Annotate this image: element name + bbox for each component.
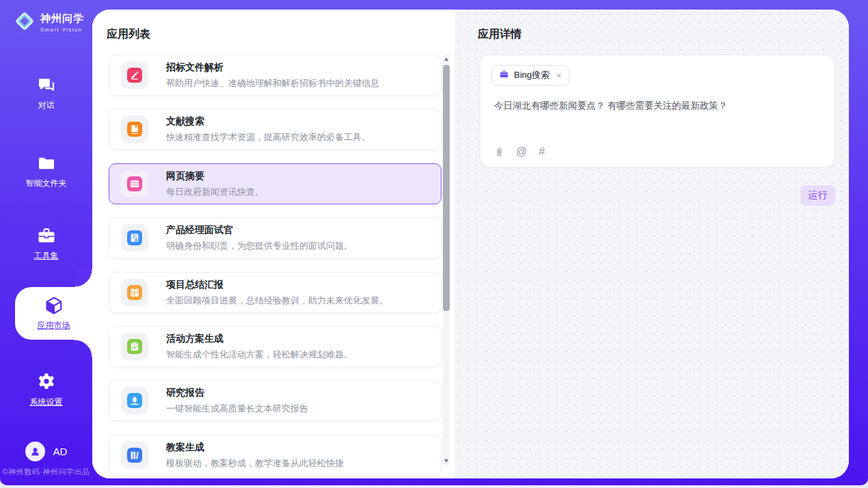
sidebar-item-label: 智能文件夹	[26, 178, 67, 189]
book-icon	[127, 122, 142, 137]
sidebar-item-2[interactable]: 智能文件夹	[0, 146, 92, 195]
brand-logo: 神州问学 Smart Vision	[14, 10, 84, 35]
app-name: 产品经理面试官	[166, 224, 353, 236]
copyright-footer: ©神州数码·神州问学出品	[0, 467, 92, 477]
briefcase-icon	[499, 69, 509, 81]
chat-icon	[36, 75, 57, 96]
app-card-6[interactable]: 活动方案生成智能生成个性化活动方案，轻松解决规划难题。	[109, 326, 442, 367]
sidebar-item-label: 工具集	[34, 250, 59, 262]
svg-text:</>: </>	[133, 183, 137, 187]
app-icon-tile	[121, 387, 148, 414]
triangle-up-icon	[444, 57, 448, 61]
diamond-logo-icon	[14, 10, 36, 35]
prompt-text[interactable]: 今日湖北有哪些新闻要点？ 有哪些需要关注的最新政策？	[494, 99, 821, 113]
at-icon[interactable]: @	[516, 146, 527, 157]
user-label: AD	[53, 446, 68, 457]
input-toolbar: @ #	[494, 146, 545, 158]
sidebar-item-4[interactable]: 应用市场	[15, 287, 92, 340]
scrollbar-down-button[interactable]	[443, 457, 450, 465]
app-name: 研究报告	[166, 387, 308, 399]
triangle-down-icon	[444, 459, 448, 463]
app-name: 招标文件解析	[166, 62, 379, 74]
app-card-2[interactable]: 文献搜索快速精准查找学术资源，提高研究效率的必备工具。	[109, 109, 442, 150]
tool-chip-label: Bing搜索	[514, 69, 550, 81]
brand-name: 神州问学	[40, 12, 84, 25]
chip-close-icon[interactable]: ×	[556, 70, 562, 81]
sidebar-item-5[interactable]: 系统设置	[0, 365, 92, 414]
books-icon	[127, 448, 142, 463]
app-detail-title: 应用详情	[478, 27, 521, 42]
app-card-8[interactable]: 教案生成模板驱动，教案秒成，教学准备从此轻松快捷	[109, 435, 442, 476]
app-card-7[interactable]: 研究报告一键智能生成高质量长文本研究报告	[109, 380, 442, 421]
app-name: 文献搜索	[166, 116, 370, 128]
app-list-panel: 应用列表 招标文件解析帮助用户快速、准确地理解和解析招标书中的关键信息文献搜索快…	[92, 10, 455, 478]
clipboard-check-icon	[127, 339, 142, 354]
app-description: 每日政府新闻资讯快查。	[166, 186, 264, 198]
prompt-input-card[interactable]: Bing搜索 × 今日湖北有哪些新闻要点？ 有哪些需要关注的最新政策？ @ #	[480, 55, 835, 167]
app-description: 一键智能生成高质量长文本研究报告	[166, 403, 308, 415]
app-icon-tile: </>	[121, 170, 148, 198]
ink-report-icon	[127, 393, 142, 408]
app-description: 帮助用户快速、准确地理解和解析招标书中的关键信息	[166, 77, 379, 90]
avatar	[25, 442, 45, 461]
app-name: 教案生成	[166, 442, 344, 454]
app-description: 智能生成个性化活动方案，轻松解决规划难题。	[166, 349, 353, 361]
app-description: 快速精准查找学术资源，提高研究效率的必备工具。	[166, 131, 370, 144]
hash-icon[interactable]: #	[539, 146, 545, 157]
app-icon-tile	[121, 279, 148, 306]
app-detail-panel: 应用详情 Bing搜索 × 今日湖北有哪些新闻要点？ 有哪些需要关注的最新政策？…	[455, 10, 849, 478]
app-name: 项目总结汇报	[166, 279, 388, 291]
sidebar-item-label: 对话	[38, 100, 55, 111]
toolbox-icon	[36, 226, 57, 246]
app-list-title: 应用列表	[107, 27, 150, 42]
main-content: 应用列表 招标文件解析帮助用户快速、准确地理解和解析招标书中的关键信息文献搜索快…	[92, 10, 849, 478]
app-card-3[interactable]: </>网页摘要每日政府新闻资讯快查。	[109, 163, 442, 204]
scrollbar-up-button[interactable]	[443, 55, 450, 63]
tool-chip[interactable]: Bing搜索 ×	[491, 65, 569, 85]
app-icon-tile	[121, 333, 148, 360]
app-card-5[interactable]: 项目总结汇报全面回顾项目进展，总结经验教训，助力未来优化发展。	[109, 272, 442, 313]
run-button[interactable]: 运行	[800, 185, 835, 206]
app-card-4[interactable]: 产品经理面试官明确身份和职责，为您提供专业性的面试问题。	[109, 217, 442, 258]
app-icon-tile	[121, 442, 148, 469]
cube-icon	[44, 295, 64, 316]
browser-code-icon: </>	[127, 176, 142, 191]
app-description: 明确身份和职责，为您提供专业性的面试问题。	[166, 240, 353, 252]
app-frame: 神州问学 Smart Vision 对话智能文件夹工具集应用市场系统设置 AD …	[0, 0, 868, 485]
gear-icon	[36, 372, 57, 392]
interview-icon	[127, 230, 142, 245]
app-name: 活动方案生成	[166, 333, 353, 345]
pen-document-icon	[127, 68, 142, 83]
app-card-1[interactable]: 招标文件解析帮助用户快速、准确地理解和解析招标书中的关键信息	[109, 55, 442, 96]
calendar-icon	[127, 285, 142, 300]
sidebar-item-3[interactable]: 工具集	[0, 219, 92, 268]
scrollbar[interactable]	[443, 55, 450, 465]
sidebar-item-1[interactable]: 对话	[0, 68, 92, 118]
app-icon-tile	[121, 62, 148, 89]
app-icon-tile	[121, 224, 148, 252]
sidebar-item-label: 系统设置	[30, 396, 63, 408]
sidebar-item-label: 应用市场	[38, 320, 70, 331]
paperclip-icon[interactable]	[494, 146, 504, 158]
scrollbar-thumb[interactable]	[443, 65, 450, 311]
user-profile[interactable]: AD	[0, 442, 92, 461]
app-description: 模板驱动，教案秒成，教学准备从此轻松快捷	[166, 457, 344, 470]
app-name: 网页摘要	[166, 170, 264, 182]
brand-subtitle: Smart Vision	[40, 27, 84, 33]
app-icon-tile	[121, 116, 148, 143]
folder-icon	[36, 153, 57, 174]
app-description: 全面回顾项目进展，总结经验教训，助力未来优化发展。	[166, 295, 388, 307]
sidebar: 神州问学 Smart Vision 对话智能文件夹工具集应用市场系统设置 AD …	[0, 0, 92, 485]
